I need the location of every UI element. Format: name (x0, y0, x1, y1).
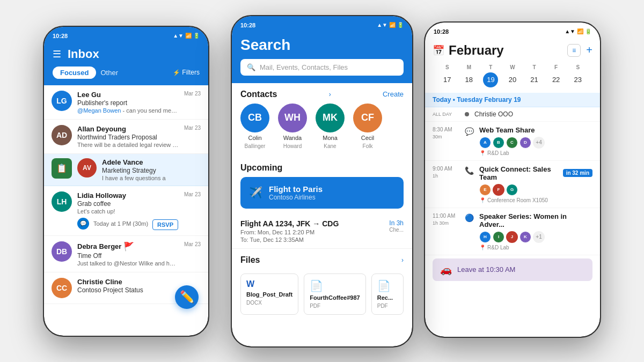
files-section-header: Files › (232, 249, 412, 269)
email-preview-debra: Just talked to @Nestor Wilke and he will… (77, 260, 179, 267)
hamburger-icon[interactable]: ☰ (53, 49, 61, 59)
tab-other[interactable]: Other (100, 69, 118, 77)
event-time-web: 8:30 AM 30m (433, 126, 459, 141)
avatar-christie: CC (52, 278, 72, 298)
inbox-tabs: Focused Other Filters (53, 67, 200, 79)
event-location-qc: 📍Conference Room X1050 (479, 197, 592, 203)
day-22[interactable]: 22 (548, 72, 564, 87)
status-icons-right: ▲▼📶🔋 (565, 28, 591, 34)
car-icon: 🚗 (440, 264, 452, 276)
phone-calendar: 10:28 ▲▼📶🔋 📅 February ≡ + (424, 21, 601, 338)
file-name-blog: Blog_Post_Draft (246, 291, 292, 298)
event-location-web: 📍R&D Lab (479, 150, 592, 156)
mini-avatar-ss-1: H (479, 231, 491, 243)
contact-wanda[interactable]: WH Wanda Howard (278, 104, 307, 149)
compose-fab[interactable]: ✏️ (175, 285, 199, 309)
phone-search: 10:28 ▲▼📶🔋 Search 🔍 Mail, Events, Contac… (231, 15, 413, 348)
draft-adele[interactable]: 📋 AV Adele Vance Marketing Strategy I ha… (44, 154, 208, 186)
event-web-team[interactable]: 8:30 AM 30m 💬 Web Team Share A B C D +4 … (425, 122, 600, 161)
email-item-lee-gu[interactable]: LG Lee Gu Publisher's report @Megan Bowe… (44, 85, 208, 120)
event-quick-connect[interactable]: 9:00 AM 1h 📞 Quick Connect: Sales Team i… (425, 161, 600, 208)
contacts-chevron[interactable]: › (329, 91, 331, 98)
rsvp-button-lidia[interactable]: RSVP (152, 219, 178, 230)
day-23[interactable]: 23 (570, 72, 586, 87)
email-subject-adele: Marketing Strategy (102, 167, 201, 174)
email-content-lee-gu: Lee Gu Publisher's report @Megan Bowen -… (77, 91, 179, 114)
avatar-wanda: WH (278, 104, 307, 132)
inbox-header: ☰ Inbox Focused Other Filters (44, 43, 208, 85)
list-view-button[interactable]: ≡ (567, 44, 581, 57)
contacts-section-title: Contacts (240, 90, 277, 99)
flight-card-content: Flight to Paris Contoso Airlines (269, 184, 323, 201)
cal-header: 📅 February ≡ + S M T W T F S (425, 39, 600, 93)
upcoming-flight-card[interactable]: ✈️ Flight to Paris Contoso Airlines (240, 177, 404, 209)
contact-sub-mona: Kane (324, 143, 336, 149)
file-card-fourth[interactable]: 📄 FourthCoffee#987 PDF (304, 274, 366, 315)
event-content-ss: Speaker Series: Women in Adver... H I J … (479, 212, 592, 250)
email-content-lidia: Lidia Holloway Grab coffee Let's catch u… (77, 191, 179, 230)
event-avatars-web: A B C D +4 (479, 137, 592, 149)
contact-sub-colin: Ballinger (245, 143, 266, 149)
email-content-adele: Adele Vance Marketing Strategy I have a … (102, 158, 201, 181)
contact-colin[interactable]: CB Colin Ballinger (240, 104, 269, 149)
email-item-allan[interactable]: AD Allan Deyoung Northwind Traders Propo… (44, 120, 208, 154)
day-header-f: F (546, 63, 567, 71)
upcoming-section-header: Upcoming (232, 157, 412, 177)
avatar-colin: CB (240, 104, 269, 132)
flight-route: Flight AA 1234, JFK → CDG (240, 219, 339, 228)
file-card-blog[interactable]: W Blog_Post_Draft DOCX (240, 274, 298, 315)
add-event-button[interactable]: + (586, 44, 592, 56)
files-row: W Blog_Post_Draft DOCX 📄 FourthCoffee#98… (232, 274, 412, 315)
email-item-debra[interactable]: DB Debra Berger 🚩 Time Off Just talked t… (44, 236, 208, 272)
event-icon-ss: 🔵 (465, 213, 474, 222)
leave-text: Leave at 10:30 AM (457, 265, 515, 274)
mini-avatar-ss-3: J (506, 231, 518, 243)
email-subject-lidia: Grab coffee (77, 200, 179, 208)
email-date-allan: Mar 23 (184, 125, 201, 131)
status-icons-middle: ▲▼📶🔋 (377, 22, 404, 28)
day-grid: S M T W T F S 17 18 19 20 21 22 23 (433, 63, 592, 87)
event-speaker-series[interactable]: 11:00 AM 1h 30m 🔵 Speaker Series: Women … (425, 208, 600, 255)
file-name-rec: Rec... (377, 294, 398, 301)
file-name-fourth: FourthCoffee#987 (310, 294, 360, 301)
day-20[interactable]: 20 (505, 72, 520, 87)
search-box[interactable]: 🔍 Mail, Events, Contacts, Files (240, 59, 404, 76)
file-card-rec[interactable]: 📄 Rec... PDF (371, 274, 404, 315)
contact-name-colin: Colin (248, 135, 261, 141)
pdf-icon-rec: 📄 (377, 279, 398, 292)
email-content-debra: Debra Berger 🚩 Time Off Just talked to @… (77, 241, 179, 267)
email-preview-lee-gu: @Megan Bowen - can you send me the lates… (77, 107, 179, 114)
allday-title: Christie OOO (474, 110, 513, 118)
day-header-t1: T (480, 63, 501, 71)
allday-dot (465, 112, 469, 116)
day-18[interactable]: 18 (462, 72, 477, 87)
email-date-debra: Mar 23 (184, 241, 201, 247)
status-time-right: 10:28 (434, 28, 449, 35)
filters-button[interactable]: Filters (173, 69, 200, 76)
mini-avatar-qc-1: E (479, 184, 491, 196)
cal-actions: ≡ + (567, 44, 592, 57)
email-item-lidia[interactable]: LH Lidia Holloway Grab coffee Let's catc… (44, 186, 208, 236)
create-label[interactable]: Create (383, 90, 404, 98)
files-chevron[interactable]: › (401, 256, 404, 264)
meeting-time-lidia: Today at 1 PM (30m) (93, 220, 148, 227)
contact-cecil[interactable]: CF Cecil Folk (353, 104, 382, 149)
email-sender-adele: Adele Vance (102, 158, 201, 166)
contact-mona[interactable]: MK Mona Kane (316, 104, 345, 149)
email-subject-allan: Northwind Traders Proposal (77, 134, 179, 141)
tab-focused[interactable]: Focused (53, 67, 96, 79)
flight-icon: ✈️ (249, 186, 262, 199)
draft-icon: 📋 (52, 158, 72, 179)
contact-name-mona: Mona (323, 135, 338, 141)
email-subject-lee-gu: Publisher's report (77, 99, 179, 107)
mini-avatar-ss-4: K (519, 231, 531, 243)
email-sender-christie: Christie Cline (77, 278, 201, 286)
day-17[interactable]: 17 (440, 72, 455, 87)
phone-inbox: 10:28 ▲▼📶🔋 ☰ Inbox Focused Other Filters (43, 26, 209, 337)
day-header-m: M (459, 63, 480, 71)
today-banner: Today • Tuesday February 19 (425, 93, 600, 107)
avatar-lidia: LH (52, 191, 72, 212)
day-21[interactable]: 21 (527, 72, 542, 87)
day-19-today[interactable]: 19 (483, 72, 498, 87)
email-sender-lidia: Lidia Holloway (77, 191, 179, 200)
